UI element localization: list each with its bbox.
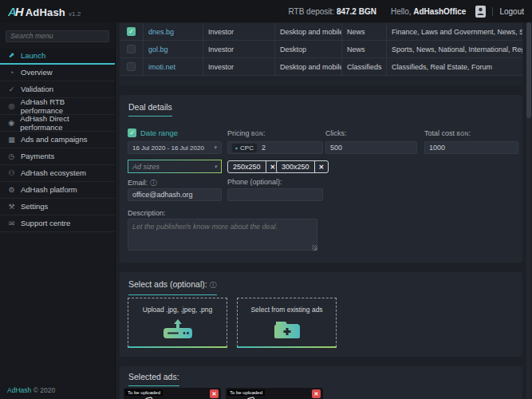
- user-profile-icon[interactable]: [475, 6, 486, 18]
- row-checkbox[interactable]: [127, 62, 136, 71]
- sidebar-item-label: AdHash Direct performance: [20, 114, 108, 132]
- total-cost-field: [424, 141, 518, 154]
- vertical-scrollbar: [526, 22, 531, 399]
- resize-grip[interactable]: [312, 245, 317, 251]
- ad-size-chip: 250x250 ✕: [227, 160, 280, 173]
- clicks-label: Clicks:: [325, 129, 347, 137]
- existing-ads-label: Select from existing ads: [238, 306, 336, 314]
- pricing-field[interactable]: ▾ CPC 2: [227, 141, 323, 154]
- sidebar-item-payments[interactable]: ◷ Payments: [0, 148, 115, 165]
- remove-ad-size-icon[interactable]: ✕: [314, 161, 329, 172]
- sidebar-item-label: Ads and campaigns: [21, 135, 87, 144]
- sidebar-item-label: Validation: [21, 85, 53, 93]
- deal-details-section: Deal details ✓ Date range 16 Jul 2020 - …: [120, 95, 522, 263]
- email-input[interactable]: [132, 191, 217, 199]
- publisher-type: Investor: [203, 23, 275, 40]
- section-title: Select ads (optional):ⓘ: [128, 279, 217, 295]
- mail-icon: ✉: [7, 219, 16, 227]
- email-field: [128, 188, 222, 201]
- existing-ads-selector[interactable]: Select from existing ads: [237, 298, 337, 347]
- remove-ad-button[interactable]: ✕: [312, 389, 321, 398]
- chevron-down-icon: ▾: [214, 164, 217, 170]
- publisher-link[interactable]: imoti.net: [148, 63, 175, 71]
- publisher-category: Classifieds: [342, 58, 387, 75]
- table-row-partial: [120, 76, 522, 85]
- selected-ad-thumbnail: To be uploaded ✕ Domino's: [124, 388, 221, 399]
- username: AdHashOffice: [413, 7, 466, 16]
- logo[interactable]: AH AdHash v1.2: [8, 5, 81, 18]
- total-cost-input[interactable]: [429, 144, 514, 152]
- date-range-select[interactable]: 16 Jul 2020 - 16 Jul 2020 ▾: [128, 141, 222, 154]
- date-range-toggle[interactable]: ✓ Date range: [128, 128, 178, 137]
- sidebar-item-platform[interactable]: ⚙ AdHash platform: [0, 182, 115, 199]
- brand-name: AdHash: [26, 6, 65, 18]
- pricing-value: 2: [262, 144, 266, 152]
- clicks-field: [325, 141, 417, 154]
- sidebar-item-label: Settings: [21, 202, 48, 211]
- top-bar: AH AdHash v1.2 RTB deposit: 847.2 BGN He…: [0, 0, 532, 22]
- ad-sizes-select[interactable]: Ad sizes ▾: [128, 160, 222, 173]
- sidebar-item-label: Support centre: [21, 219, 70, 227]
- phone-input[interactable]: [232, 191, 318, 199]
- sidebar-item-label: AdHash ecosystem: [21, 168, 86, 177]
- clock-icon: ◷: [7, 152, 16, 160]
- sidebar-item-settings[interactable]: ⚒ Settings: [0, 199, 115, 215]
- publisher-topics: Classifieds, Real Estate, Forum: [387, 58, 522, 75]
- publisher-link[interactable]: gol.bg: [148, 45, 168, 53]
- date-range-checkbox[interactable]: ✓: [128, 128, 136, 137]
- sidebar-item-ecosystem[interactable]: ⚇ AdHash ecosystem: [0, 165, 115, 182]
- publisher-type: Investor: [203, 58, 275, 75]
- sidebar-item-overview[interactable]: ◔ Overview: [0, 65, 115, 81]
- phone-label: Phone (optional):: [227, 178, 282, 186]
- sidebar-item-rtb-performance[interactable]: ◎ AdHash RTB performance: [0, 98, 115, 115]
- scrollbar-thumb[interactable]: [526, 22, 531, 118]
- section-title: Deal details: [128, 102, 172, 117]
- publisher-platform: Desktop and mobile web: [275, 23, 342, 40]
- user-greeting: Hello, AdHashOffice: [391, 7, 466, 16]
- chevron-down-icon: ▾: [235, 145, 238, 151]
- check-circle-icon: ✓: [7, 85, 16, 93]
- total-cost-label: Total cost BGN:: [424, 129, 471, 137]
- selected-ads-section: Selected ads: To be uploaded ✕ Domino's …: [120, 366, 522, 399]
- publisher-platform: Desktop: [275, 41, 342, 57]
- publisher-category: News: [342, 41, 387, 57]
- gear-icon: ⚙: [7, 186, 16, 194]
- section-title: Selected ads:: [128, 372, 179, 386]
- selected-ad-thumbnail: To be uploaded ✕ Domino's: [226, 388, 323, 399]
- remove-ad-button[interactable]: ✕: [210, 389, 219, 398]
- publishers-table: ✓ dnes.bg Investor Desktop and mobile we…: [120, 23, 522, 85]
- clicks-input[interactable]: [330, 144, 412, 152]
- email-label: Email:ⓘ: [128, 178, 157, 188]
- description-label: Description:: [128, 209, 166, 217]
- sidebar-item-launch[interactable]: ⬈ Launch: [0, 48, 115, 65]
- sidebar-item-label: AdHash RTB performance: [21, 97, 108, 115]
- info-icon: ⓘ: [210, 281, 217, 289]
- row-checkbox[interactable]: [127, 45, 136, 53]
- sidebar-item-label: Overview: [21, 68, 53, 77]
- publisher-topics: Sports, News, National, International, R…: [387, 41, 522, 57]
- search-input[interactable]: [6, 30, 109, 42]
- pricing-model-select[interactable]: ▾ CPC: [232, 144, 257, 152]
- phone-field: [227, 188, 323, 201]
- folder-plus-icon: [271, 319, 303, 343]
- sidebar-item-label: Launch: [21, 51, 45, 60]
- table-row: ✓ dnes.bg Investor Desktop and mobile we…: [120, 23, 522, 41]
- gauge-icon: ◔: [7, 69, 16, 77]
- sidebar-item-direct-performance[interactable]: ◉ AdHash Direct performance: [0, 115, 115, 132]
- logout-button[interactable]: Logout: [492, 7, 524, 16]
- publisher-type: Investor: [203, 41, 275, 57]
- sidebar-item-support[interactable]: ✉ Support centre: [0, 215, 115, 232]
- publisher-link[interactable]: dnes.bg: [148, 28, 174, 36]
- upload-label: Upload .jpg, .jpeg, .png: [128, 306, 227, 314]
- app-version: v1.2: [69, 10, 81, 18]
- status-badge: To be uploaded: [125, 389, 163, 396]
- publisher-platform: Desktop and mobile web: [275, 58, 342, 75]
- sidebar-item-ads-campaigns[interactable]: ▦ Ads and campaigns: [0, 132, 115, 148]
- pricing-label: Pricing BGN:: [227, 129, 266, 137]
- sidebar-item-validation[interactable]: ✓ Validation: [0, 81, 115, 98]
- target-icon: ◎: [7, 102, 16, 110]
- date-range-label: Date range: [140, 128, 178, 137]
- description-textarea[interactable]: [128, 219, 317, 251]
- upload-ads-dropzone[interactable]: Upload .jpg, .jpeg, .png: [128, 298, 227, 347]
- row-checkbox[interactable]: ✓: [127, 27, 136, 36]
